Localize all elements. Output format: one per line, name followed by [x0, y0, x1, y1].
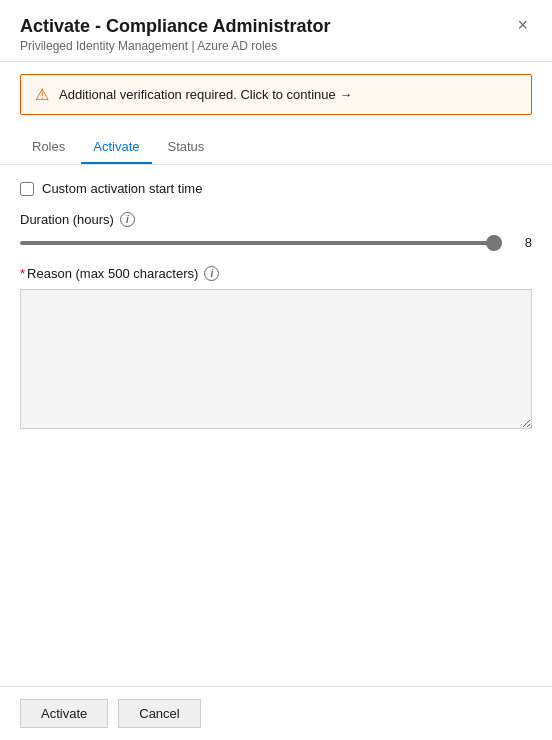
form-content: Custom activation start time Duration (h… [0, 165, 552, 465]
custom-start-time-label: Custom activation start time [42, 181, 202, 196]
duration-field-row: Duration (hours) i 8 [20, 212, 532, 250]
tab-roles[interactable]: Roles [20, 131, 77, 164]
title-group: Activate - Compliance Administrator Priv… [20, 16, 330, 53]
tab-bar: Roles Activate Status [0, 131, 552, 165]
reason-textarea[interactable] [20, 289, 532, 429]
alert-text: Additional verification required. Click … [59, 87, 517, 102]
reason-info-icon[interactable]: i [204, 266, 219, 281]
activate-button[interactable]: Activate [20, 699, 108, 728]
duration-info-icon[interactable]: i [120, 212, 135, 227]
dialog-title: Activate - Compliance Administrator [20, 16, 330, 37]
dialog-container: Activate - Compliance Administrator Priv… [0, 0, 552, 740]
duration-slider-container: 8 [20, 235, 532, 250]
reason-label: Reason (max 500 characters) i [20, 266, 532, 281]
tab-activate[interactable]: Activate [81, 131, 151, 164]
cancel-button[interactable]: Cancel [118, 699, 200, 728]
duration-value: 8 [512, 235, 532, 250]
warning-icon: ⚠ [35, 85, 49, 104]
alert-banner[interactable]: ⚠ Additional verification required. Clic… [20, 74, 532, 115]
duration-slider[interactable] [20, 241, 502, 245]
custom-start-time-checkbox[interactable] [20, 182, 34, 196]
custom-start-time-row: Custom activation start time [20, 181, 532, 196]
duration-label: Duration (hours) i [20, 212, 532, 227]
dialog-subtitle: Privileged Identity Management | Azure A… [20, 39, 330, 53]
dialog-footer: Activate Cancel [0, 686, 552, 740]
close-button[interactable]: × [513, 16, 532, 34]
reason-field-row: Reason (max 500 characters) i [20, 266, 532, 433]
dialog-header: Activate - Compliance Administrator Priv… [0, 0, 552, 62]
tab-status[interactable]: Status [156, 131, 217, 164]
